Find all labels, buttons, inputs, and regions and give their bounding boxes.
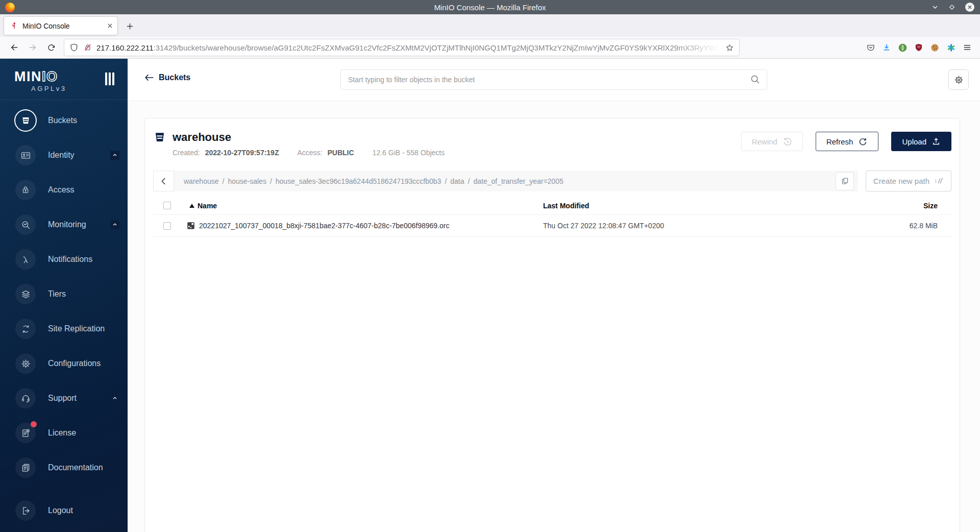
- refresh-button[interactable]: Refresh: [816, 132, 879, 151]
- created-label: Created:: [173, 149, 200, 157]
- lock-icon: [15, 180, 36, 200]
- multicolor-asterisk-icon[interactable]: [946, 43, 956, 53]
- sidebar-item-access[interactable]: Access: [0, 173, 128, 207]
- sidebar-item-license[interactable]: License: [0, 416, 128, 450]
- bucket-icon: [15, 110, 36, 131]
- ublock-icon[interactable]: [914, 43, 923, 52]
- settings-gear-button[interactable]: [948, 69, 969, 90]
- back-button[interactable]: [6, 39, 22, 56]
- logout-icon: [15, 500, 36, 521]
- tab-close-icon[interactable]: [107, 22, 113, 29]
- cookie-extension-icon[interactable]: [930, 43, 940, 53]
- sidebar-item-buckets[interactable]: Buckets: [0, 103, 128, 138]
- url-bar[interactable]: 217.160.222.211:31429/buckets/warehouse/…: [64, 39, 739, 56]
- sidebar-item-label: Site Replication: [48, 324, 119, 333]
- access-label: Access:: [297, 149, 322, 157]
- maximize-icon[interactable]: [948, 3, 956, 11]
- chevron-left-icon: [159, 176, 169, 186]
- window-title: MinIO Console — Mozilla Firefox: [0, 3, 980, 12]
- sidebar-item-label: Buckets: [48, 116, 119, 125]
- pocket-icon[interactable]: [866, 43, 875, 52]
- chevron-up-icon[interactable]: [110, 220, 119, 229]
- chevron-up-icon[interactable]: [110, 394, 119, 403]
- sidebar-item-tiers[interactable]: Tiers: [0, 277, 128, 311]
- breadcrumb-segment[interactable]: date_of_transfer_year=2005: [473, 177, 563, 185]
- license-tag: AGPLv3: [31, 85, 128, 92]
- url-path: :31429/buckets/warehouse/browse/aG91c2Ut…: [154, 43, 726, 52]
- breadcrumb-segment[interactable]: house_sales-3ec96c19a6244d5186247193cccf…: [276, 177, 442, 185]
- reload-button[interactable]: [43, 39, 59, 56]
- column-header-last-modified[interactable]: Last Modified: [543, 202, 829, 210]
- layers-icon: [15, 284, 36, 304]
- sort-ascending-icon[interactable]: [189, 204, 194, 208]
- download-icon[interactable]: [882, 43, 891, 52]
- sidebar-item-label: Notifications: [48, 255, 119, 264]
- sidebar-item-identity[interactable]: Identity: [0, 138, 128, 173]
- breadcrumb-separator: /: [445, 177, 447, 185]
- usage-summary: 12.6 GiB - 558 Objects: [373, 149, 445, 157]
- window-titlebar: MinIO Console — Mozilla Firefox: [0, 0, 980, 14]
- sidebar-item-label: Access: [48, 185, 119, 195]
- sidebar-item-site-replication[interactable]: Site Replication: [0, 311, 128, 346]
- minimize-icon[interactable]: [931, 3, 939, 11]
- copy-path-button[interactable]: [836, 172, 854, 190]
- collapse-bars-icon[interactable]: [105, 72, 114, 85]
- bookmark-star-icon[interactable]: [725, 43, 734, 52]
- new-tab-button[interactable]: [121, 18, 138, 34]
- hamburger-menu-icon[interactable]: [963, 43, 972, 52]
- insecure-lock-icon[interactable]: [83, 43, 92, 52]
- sidebar-item-notifications[interactable]: Notifications: [0, 242, 128, 277]
- upload-button[interactable]: Upload: [891, 132, 951, 151]
- object-row[interactable]: 20221027_100737_00018_b8xji-7581bae2-377…: [153, 215, 951, 237]
- url-text[interactable]: 217.160.222.211:31429/buckets/warehouse/…: [96, 43, 725, 52]
- breadcrumb-bar: warehouse/house-sales/house_sales-3ec96c…: [174, 171, 858, 191]
- buckets-back-link[interactable]: Buckets: [144, 73, 190, 82]
- chevron-up-icon[interactable]: [110, 151, 119, 160]
- monitor-search-icon: [15, 214, 36, 235]
- path-back-button[interactable]: [153, 171, 174, 191]
- tab-title: MinIO Console: [22, 22, 104, 30]
- license-icon: [15, 423, 36, 443]
- tab-strip: MinIO Console: [0, 14, 980, 37]
- row-checkbox[interactable]: [163, 222, 171, 230]
- support-icon: [15, 388, 36, 408]
- sidebar-item-configurations[interactable]: Configurations: [0, 346, 128, 381]
- created-value: 2022-10-27T09:57:19Z: [205, 149, 279, 157]
- bucket-browser-card: warehouse Created: 2022-10-27T09:57:19Z …: [144, 118, 960, 532]
- tab-minio-console[interactable]: MinIO Console: [4, 17, 117, 35]
- breadcrumb-segment[interactable]: warehouse: [184, 177, 219, 185]
- sidebar-item-label: Logout: [48, 506, 119, 515]
- sidebar-item-documentation[interactable]: Documentation: [0, 450, 128, 485]
- navigation-toolbar: 217.160.222.211:31429/buckets/warehouse/…: [0, 37, 980, 59]
- forward-button[interactable]: [24, 39, 41, 56]
- minio-logo: MINIO AGPLv3: [0, 59, 128, 100]
- id-card-icon: [15, 145, 36, 165]
- url-host: 217.160.222.211: [96, 43, 154, 52]
- shield-icon[interactable]: [69, 43, 79, 52]
- logo-io: IO: [42, 69, 58, 84]
- gear-icon: [15, 353, 36, 374]
- sidebar-item-monitoring[interactable]: Monitoring: [0, 207, 128, 242]
- rewind-icon: [782, 137, 792, 147]
- rewind-button[interactable]: Rewind: [741, 132, 803, 151]
- documentation-icon: [15, 457, 36, 478]
- notification-badge: [31, 421, 37, 427]
- new-path-icon: [934, 176, 944, 186]
- column-header-size[interactable]: Size: [829, 202, 951, 210]
- page-header: Buckets: [128, 59, 980, 101]
- object-last-modified: Thu Oct 27 2022 12:08:47 GMT+0200: [543, 222, 829, 230]
- breadcrumb-segment[interactable]: data: [450, 177, 464, 185]
- select-all-checkbox[interactable]: [163, 202, 171, 209]
- green-extension-icon[interactable]: [898, 43, 908, 53]
- upload-button-label: Upload: [902, 137, 926, 146]
- sidebar-item-support[interactable]: Support: [0, 381, 128, 416]
- gear-icon: [953, 75, 964, 85]
- create-new-path-button[interactable]: Create new path: [866, 171, 951, 191]
- breadcrumb-separator: /: [223, 177, 225, 185]
- breadcrumb-segment[interactable]: house-sales: [228, 177, 266, 185]
- sidebar-item-label: Tiers: [48, 289, 119, 299]
- filter-objects-input[interactable]: [340, 69, 767, 90]
- close-icon[interactable]: [965, 2, 975, 12]
- column-header-name[interactable]: Name: [198, 202, 217, 210]
- sidebar-item-logout[interactable]: Logout: [0, 493, 128, 528]
